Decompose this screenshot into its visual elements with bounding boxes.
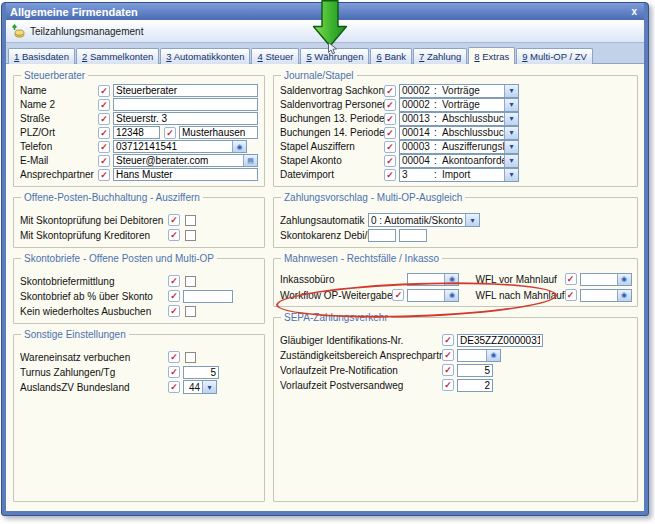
edit-check-icon[interactable]: ✓ [442, 334, 454, 346]
field-label: Skontokarenz Debi/Kredi [280, 230, 368, 241]
journal-combobox[interactable]: 00003 : Auszifferungsbu ▾ [399, 140, 519, 154]
edit-check-icon[interactable]: ✓ [168, 366, 180, 378]
edit-check-icon[interactable]: ✓ [384, 169, 396, 181]
edit-check-icon[interactable]: ✓ [98, 99, 110, 111]
chevron-down-icon[interactable]: ▾ [504, 113, 518, 125]
journal-combobox[interactable]: 00002 : Vorträge ▾ [399, 98, 519, 112]
chevron-down-icon[interactable]: ▾ [202, 381, 216, 393]
chevron-down-icon[interactable]: ▾ [504, 141, 518, 153]
chevron-down-icon[interactable]: ▾ [504, 127, 518, 139]
vorlaufzeit-postversandweg-input[interactable] [457, 379, 493, 392]
edit-check-icon[interactable]: ✓ [98, 141, 110, 153]
edit-check-icon[interactable]: ✓ [98, 155, 110, 167]
tab-sammelkonten[interactable]: 2 Sammelkonten [76, 48, 159, 64]
edit-check-icon[interactable]: ✓ [168, 305, 180, 317]
skontokarenz-debi-input[interactable] [368, 229, 396, 242]
chevron-down-icon[interactable]: ▾ [465, 214, 479, 226]
edit-check-icon[interactable]: ✓ [384, 113, 396, 125]
edit-check-icon[interactable]: ✓ [168, 275, 180, 287]
tab-multi-op-zv[interactable]: 9 Multi-OP / ZV [516, 48, 593, 64]
edit-check-icon[interactable]: ✓ [98, 113, 110, 125]
chevron-down-icon[interactable]: ▾ [504, 155, 518, 167]
edit-check-icon[interactable]: ✓ [168, 214, 180, 226]
journal-combobox[interactable]: 3 : Import ▾ [399, 168, 519, 182]
skontopruefung-kreditoren-checkbox[interactable] [185, 230, 196, 241]
edit-check-icon[interactable]: ✓ [565, 289, 577, 301]
window-title: Allgemeine Firmendaten [10, 6, 138, 18]
toolbar-item-teilzahlungsmanagement[interactable]: Teilzahlungsmanagement [11, 24, 143, 39]
plz-input[interactable] [113, 126, 160, 139]
row-skontobrief-prozent: Skontobrief ab % über Skonto ✓ [20, 289, 258, 303]
edit-check-icon[interactable]: ✓ [168, 229, 180, 241]
lookup-icon[interactable]: ◉ [617, 274, 631, 285]
edit-check-icon[interactable]: ✓ [98, 127, 110, 139]
lookup-icon[interactable]: ◉ [617, 290, 631, 301]
chevron-down-icon[interactable]: ▾ [504, 85, 518, 97]
journal-combobox[interactable]: 00013 : Abschlussbuchu ▾ [399, 112, 519, 126]
edit-check-icon[interactable]: ✓ [384, 127, 396, 139]
field-label: Skontobriefermittlung [20, 276, 168, 287]
wfl-nach-input[interactable] [581, 290, 617, 301]
group-steuerberater: Steuerberater Name ✓ Name 2 ✓ Straße ✓ [13, 70, 265, 187]
row-glaeubiger-id: Gläubiger Identifikations-Nr. ✓ [280, 333, 631, 347]
turnus-input[interactable] [183, 366, 219, 379]
edit-check-icon[interactable]: ✓ [168, 351, 180, 363]
tab-basisdaten[interactable]: 1 Basisdaten [8, 48, 75, 64]
email-icon[interactable]: ▤ [243, 155, 257, 166]
skontokarenz-kredi-input[interactable] [399, 229, 427, 242]
edit-check-icon[interactable]: ✓ [384, 85, 396, 97]
field-label: Saldenvortrag Personenk. [280, 99, 384, 110]
zahlungsautomatik-combobox[interactable]: 0 : Automatik/Skonto ▾ [368, 213, 480, 227]
kein-wiederholtes-ausbuchen-checkbox[interactable] [185, 306, 196, 317]
ort-input[interactable] [179, 126, 258, 139]
edit-check-icon[interactable]: ✓ [168, 381, 180, 393]
edit-check-icon[interactable]: ✓ [565, 273, 577, 285]
edit-check-icon[interactable]: ✓ [98, 169, 110, 181]
field-label: E-Mail [20, 155, 98, 166]
edit-check-icon[interactable]: ✓ [164, 127, 176, 139]
journal-combobox[interactable]: 00004 : Akontoanforder ▾ [399, 154, 519, 168]
name2-input[interactable] [113, 98, 258, 111]
telefon-input[interactable] [114, 141, 232, 152]
wareneinsatz-checkbox[interactable] [185, 352, 196, 363]
strasse-input[interactable] [113, 112, 258, 125]
skontobrief-prozent-input[interactable] [183, 290, 233, 303]
journal-combobox[interactable]: 00014 : Abschlussbuchu ▾ [399, 126, 519, 140]
auslandszv-combobox[interactable]: 44 ▾ [183, 380, 217, 394]
tab-extras-active[interactable]: 8 Extras [468, 47, 515, 64]
group-title-mahnwesen: Mahnwesen - Rechtsfälle / Inkasso [281, 253, 442, 264]
edit-check-icon[interactable]: ✓ [384, 141, 396, 153]
journal-combobox[interactable]: 00002 : Vorträge ▾ [399, 84, 519, 98]
skontopruefung-debitoren-checkbox[interactable] [185, 215, 196, 226]
app-window: Allgemeine Firmendaten x Teilzahlungsman… [1, 2, 649, 516]
edit-check-icon[interactable]: ✓ [168, 290, 180, 302]
combo-value: 44 [184, 382, 202, 393]
email-input[interactable] [114, 155, 243, 166]
edit-check-icon[interactable]: ✓ [384, 155, 396, 167]
glaeubiger-id-input[interactable] [457, 334, 543, 347]
tab-bank[interactable]: 6 Bank [370, 48, 412, 64]
wfl-vor-input[interactable] [581, 274, 617, 285]
journal-code: 00003 [400, 141, 434, 152]
close-icon[interactable]: x [628, 6, 640, 17]
tab-zahlung[interactable]: 7 Zahlung [413, 48, 467, 64]
edit-check-icon[interactable]: ✓ [98, 85, 110, 97]
chevron-down-icon[interactable]: ▾ [504, 99, 518, 111]
tab-steuer[interactable]: 4 Steuer [251, 48, 299, 64]
green-arrow-annotation [312, 0, 348, 48]
edit-check-icon[interactable]: ✓ [384, 99, 396, 111]
ansprechpartner-input[interactable] [113, 168, 258, 181]
row-telefon: Telefon ✓ ◉ [20, 140, 258, 153]
edit-check-icon[interactable]: ✓ [442, 364, 454, 376]
phone-dial-icon[interactable]: ◉ [232, 141, 246, 152]
field-label: Kein wiederholtes Ausbuchen [20, 306, 168, 317]
lookup-icon[interactable]: ◉ [486, 350, 500, 361]
chevron-down-icon[interactable]: ▾ [504, 169, 518, 181]
skontobriefermittlung-checkbox[interactable] [185, 276, 196, 287]
edit-check-icon[interactable]: ✓ [442, 379, 454, 391]
vorlaufzeit-prenotification-input[interactable] [457, 364, 493, 377]
tab-automatikkonten[interactable]: 3 Automatikkonten [160, 48, 250, 64]
name-input[interactable] [113, 84, 258, 97]
zustaendigkeit-input[interactable] [458, 350, 486, 361]
edit-check-icon[interactable]: ✓ [442, 349, 454, 361]
